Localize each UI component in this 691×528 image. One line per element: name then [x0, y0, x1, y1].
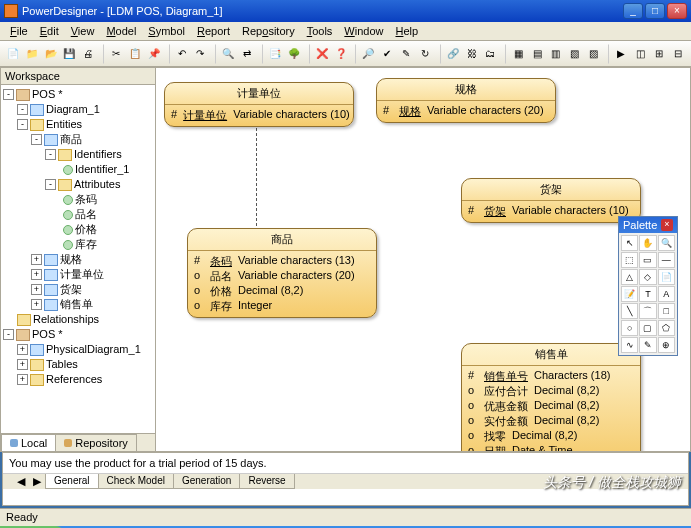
poly-icon[interactable]: ⬠ [658, 320, 675, 336]
find-icon[interactable]: 🔍 [219, 45, 237, 63]
grid1-icon[interactable]: ▦ [509, 45, 527, 63]
file-icon[interactable]: 📄 [658, 269, 675, 285]
tab-check-model[interactable]: Check Model [98, 474, 174, 489]
tree-relationships[interactable]: Relationships [33, 312, 99, 327]
curve-icon[interactable]: ∿ [621, 337, 638, 353]
menu-repository[interactable]: Repository [236, 23, 301, 39]
tree-entities[interactable]: Entities [46, 117, 82, 132]
tab-repository[interactable]: Repository [55, 434, 137, 451]
hand-icon[interactable]: ✋ [639, 235, 656, 251]
undo-icon[interactable]: ↶ [173, 45, 191, 63]
menu-view[interactable]: View [65, 23, 101, 39]
entity-spec[interactable]: 规格 #规格Variable characters (20) [376, 78, 556, 123]
ellipse-icon[interactable]: ○ [621, 320, 638, 336]
close-button[interactable]: × [667, 3, 687, 19]
select-icon[interactable]: ⬚ [621, 252, 638, 268]
sys-icon[interactable] [4, 4, 18, 18]
tab-general[interactable]: General [45, 474, 99, 489]
entity-goods[interactable]: 商品 #条码Variable characters (13) o品名Variab… [187, 228, 377, 318]
expand-icon[interactable]: + [31, 254, 42, 265]
rect-icon[interactable]: □ [658, 303, 675, 319]
tab-reverse[interactable]: Reverse [239, 474, 294, 489]
save-icon[interactable]: 💾 [61, 45, 79, 63]
tree[interactable]: -POS * -Diagram_1 -Entities -商品 -Identif… [1, 85, 155, 433]
tree-attributes[interactable]: Attributes [74, 177, 120, 192]
palette[interactable]: Palette× ↖✋🔍 ⬚▭— △◇📄 📝TA ╲⌒□ ○▢⬠ ∿✎⊕ [618, 216, 678, 356]
title-icon[interactable]: T [639, 286, 656, 302]
tab-generation[interactable]: Generation [173, 474, 240, 489]
folder-icon[interactable]: 📁 [23, 45, 41, 63]
box3-icon[interactable]: ⊟ [669, 45, 687, 63]
copy-icon[interactable]: 📋 [126, 45, 144, 63]
maximize-button[interactable]: □ [645, 3, 665, 19]
tab-next-icon[interactable]: ▶ [29, 474, 45, 489]
tree-icon[interactable]: 🌳 [285, 45, 303, 63]
note-icon[interactable]: 📝 [621, 286, 638, 302]
grid5-icon[interactable]: ▨ [585, 45, 603, 63]
menu-help[interactable]: Help [389, 23, 424, 39]
relation-icon[interactable]: — [658, 252, 675, 268]
tree-physdiagram[interactable]: PhysicalDiagram_1 [46, 342, 141, 357]
stamp-icon[interactable]: ⊕ [658, 337, 675, 353]
link1-icon[interactable]: 🔗 [444, 45, 462, 63]
tree-identifiers[interactable]: Identifiers [74, 147, 122, 162]
menu-symbol[interactable]: Symbol [142, 23, 191, 39]
line-icon[interactable]: ╲ [621, 303, 638, 319]
entity-icon[interactable]: ▭ [639, 252, 656, 268]
open-icon[interactable]: 📂 [42, 45, 60, 63]
zoom-icon[interactable]: 🔍 [658, 235, 675, 251]
menu-report[interactable]: Report [191, 23, 236, 39]
entity-unit[interactable]: 计量单位 #计量单位Variable characters (10) [164, 82, 354, 127]
props-icon[interactable]: 📑 [266, 45, 284, 63]
refresh-icon[interactable]: ↻ [416, 45, 434, 63]
menu-window[interactable]: Window [338, 23, 389, 39]
menu-file[interactable]: FFileile [4, 23, 34, 39]
box2-icon[interactable]: ⊞ [650, 45, 668, 63]
new-icon[interactable]: 📄 [4, 45, 22, 63]
grid2-icon[interactable]: ▤ [528, 45, 546, 63]
pointer-icon[interactable]: ↖ [621, 235, 638, 251]
print-icon[interactable]: 🖨 [79, 45, 97, 63]
edit-icon[interactable]: ✎ [397, 45, 415, 63]
tab-prev-icon[interactable]: ◀ [13, 474, 29, 489]
text-icon[interactable]: A [658, 286, 675, 302]
assoc-icon[interactable]: ◇ [639, 269, 656, 285]
tree-pos2[interactable]: POS * [32, 327, 63, 342]
tree-diagram[interactable]: Diagram_1 [46, 102, 100, 117]
tree-price[interactable]: 价格 [75, 222, 97, 237]
tree-stock[interactable]: 库存 [75, 237, 97, 252]
collapse-icon[interactable]: - [3, 89, 14, 100]
data-icon[interactable]: 🗂 [481, 45, 499, 63]
inherit-icon[interactable]: △ [621, 269, 638, 285]
redo-icon[interactable]: ↷ [192, 45, 210, 63]
tree-shelf[interactable]: 货架 [60, 282, 82, 297]
check-icon[interactable]: ✔ [378, 45, 396, 63]
help-icon[interactable]: ❓ [332, 45, 350, 63]
tree-sale[interactable]: 销售单 [60, 297, 93, 312]
paste-icon[interactable]: 📌 [145, 45, 163, 63]
menu-model[interactable]: Model [100, 23, 142, 39]
menu-tools[interactable]: Tools [301, 23, 339, 39]
arc-icon[interactable]: ⌒ [639, 303, 656, 319]
zoom-in-icon[interactable]: 🔎 [359, 45, 377, 63]
tree-references[interactable]: References [46, 372, 102, 387]
tree-goods[interactable]: 商品 [60, 132, 82, 147]
link2-icon[interactable]: ⛓ [463, 45, 481, 63]
box1-icon[interactable]: ◫ [631, 45, 649, 63]
tree-id1[interactable]: Identifier_1 [75, 162, 129, 177]
tree-tables[interactable]: Tables [46, 357, 78, 372]
round-icon[interactable]: ▢ [639, 320, 656, 336]
entity-sale[interactable]: 销售单 #销售单号Characters (18) o应付合计Decimal (8… [461, 343, 641, 452]
tree-barcode[interactable]: 条码 [75, 192, 97, 207]
tree-unit[interactable]: 计量单位 [60, 267, 104, 282]
grid4-icon[interactable]: ▧ [566, 45, 584, 63]
play-icon[interactable]: ▶ [612, 45, 630, 63]
diagram-canvas[interactable]: 计量单位 #计量单位Variable characters (10) 规格 #规… [156, 67, 691, 452]
tree-name[interactable]: 品名 [75, 207, 97, 222]
tree-root[interactable]: POS * [32, 87, 63, 102]
cut-icon[interactable]: ✂ [107, 45, 125, 63]
palette-close-icon[interactable]: × [661, 219, 673, 231]
free-icon[interactable]: ✎ [639, 337, 656, 353]
tab-local[interactable]: Local [1, 434, 56, 451]
minimize-button[interactable]: _ [623, 3, 643, 19]
